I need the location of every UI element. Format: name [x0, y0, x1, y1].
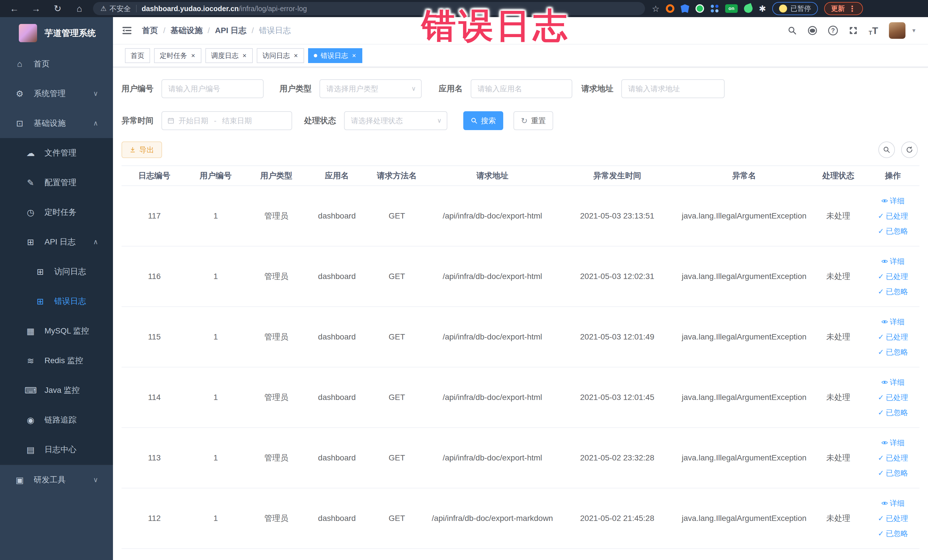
sidebar-collapse-icon[interactable]	[118, 26, 136, 35]
ignored-link[interactable]: ✓已忽略	[878, 407, 908, 418]
column-header: 用户类型	[244, 170, 308, 181]
close-icon[interactable]: ×	[242, 52, 247, 60]
home-icon[interactable]: ⌂	[73, 3, 85, 14]
ignored-link[interactable]: ✓已忽略	[878, 287, 908, 297]
address-bar[interactable]: ⚠ 不安全 dashboard.yudao.iocoder.cn/infra/l…	[93, 2, 645, 15]
processed-link[interactable]: ✓已处理	[878, 392, 908, 403]
avatar[interactable]	[889, 22, 905, 39]
column-header: 请求方法名	[365, 170, 428, 181]
user-id-input[interactable]	[162, 79, 264, 98]
back-icon[interactable]: ←	[9, 3, 20, 14]
sidebar-item-error-log[interactable]: ⊞错误日志	[0, 287, 113, 316]
close-icon[interactable]: ×	[191, 52, 196, 60]
detail-link[interactable]: 详细	[881, 196, 905, 206]
bookmark-star-icon[interactable]: ☆	[652, 4, 659, 14]
tab-定时任务[interactable]: 定时任务×	[154, 48, 201, 63]
reset-button[interactable]: ↻ 重置	[513, 111, 553, 130]
sidebar-item-mysql-monitor[interactable]: ▦MySQL 监控	[0, 316, 113, 346]
detail-link[interactable]: 详细	[881, 317, 905, 327]
tab-调度日志[interactable]: 调度日志×	[205, 48, 253, 63]
log-icon: ⊞	[34, 296, 46, 307]
fullscreen-icon[interactable]	[849, 26, 858, 35]
cell-time: 2021-05-02 23:32:28	[557, 453, 678, 462]
processed-link[interactable]: ✓已处理	[878, 272, 908, 282]
tab-首页[interactable]: 首页	[125, 48, 150, 63]
ignored-link[interactable]: ✓已忽略	[878, 468, 908, 478]
ignored-link[interactable]: ✓已忽略	[878, 347, 908, 357]
sidebar-item-infra[interactable]: ⊡基础设施∧	[0, 108, 113, 138]
paused-badge[interactable]: 已暂停	[772, 2, 818, 15]
eye-icon	[881, 379, 888, 386]
close-icon[interactable]: ×	[293, 52, 298, 60]
sidebar-item-label: 访问日志	[54, 266, 86, 277]
process-status-select-input[interactable]	[344, 111, 447, 130]
sidebar-item-file-manage[interactable]: ☁文件管理	[0, 138, 113, 168]
tab-访问日志[interactable]: 访问日志×	[257, 48, 304, 63]
forward-icon[interactable]: →	[30, 3, 42, 14]
sidebar-item-access-log[interactable]: ⊞访问日志	[0, 257, 113, 287]
calendar-icon	[167, 117, 175, 124]
check-icon: ✓	[878, 469, 884, 478]
processed-link[interactable]: ✓已处理	[878, 211, 908, 221]
detail-link[interactable]: 详细	[881, 498, 905, 508]
tab-错误日志[interactable]: 错误日志×	[308, 48, 362, 63]
breadcrumb-item[interactable]: 基础设施	[171, 25, 203, 36]
detail-link[interactable]: 详细	[881, 438, 905, 448]
api-icon: ⊞	[24, 237, 37, 247]
chevron-down-icon[interactable]: ▾	[912, 27, 916, 34]
check-icon: ✓	[878, 272, 884, 281]
extension-shield-icon[interactable]	[681, 4, 689, 13]
ignored-link[interactable]: ✓已忽略	[878, 226, 908, 236]
detail-link[interactable]: 详细	[881, 377, 905, 388]
processed-link[interactable]: ✓已处理	[878, 453, 908, 463]
sidebar-item-java-monitor[interactable]: ⌨Java 监控	[0, 375, 113, 405]
refresh-table-button[interactable]	[901, 142, 918, 158]
sidebar-item-config-manage[interactable]: ✎配置管理	[0, 168, 113, 197]
font-size-icon[interactable]: TT	[868, 25, 878, 36]
sidebar-item-log-center[interactable]: ▤日志中心	[0, 435, 113, 464]
github-icon[interactable]	[807, 26, 817, 35]
cell-method: GET	[365, 211, 428, 221]
breadcrumb-item[interactable]: API 日志	[215, 25, 246, 36]
search-icon[interactable]	[788, 26, 797, 35]
check-icon: ✓	[878, 453, 884, 462]
search-button[interactable]: 搜索	[463, 111, 503, 130]
sidebar-item-scheduled-job[interactable]: ◷定时任务	[0, 197, 113, 227]
app-logo[interactable]: 芋道管理系统	[0, 17, 113, 49]
extensions-puzzle-icon[interactable]: ✱	[759, 4, 766, 14]
help-icon[interactable]: ?	[828, 26, 838, 35]
request-url-input[interactable]	[621, 79, 725, 98]
ignored-link[interactable]: ✓已忽略	[878, 529, 908, 539]
extension-on-badge[interactable]: on	[725, 4, 738, 13]
extension-green-icon[interactable]	[696, 4, 704, 13]
user-type-select-input[interactable]	[319, 79, 422, 98]
detail-link[interactable]: 详细	[881, 256, 905, 267]
sidebar-item-system[interactable]: ⚙系统管理∨	[0, 79, 113, 108]
cell-time: 2021-05-03 12:01:45	[557, 393, 678, 402]
sidebar-item-redis-monitor[interactable]: ≋Redis 监控	[0, 346, 113, 375]
cell-app: dashboard	[308, 393, 365, 402]
browser-menu-icon[interactable]: ⋮	[848, 4, 856, 14]
extension-plant-icon[interactable]	[743, 3, 754, 14]
sidebar-item-api-log[interactable]: ⊞API 日志∧	[0, 227, 113, 257]
sidebar-item-dev-tools[interactable]: ▣研发工具∨	[0, 465, 113, 495]
hide-search-button[interactable]	[878, 142, 895, 158]
cell-actions: 详细✓已处理✓已忽略	[866, 196, 920, 236]
sidebar-item-trace[interactable]: ◉链路追踪	[0, 405, 113, 435]
check-icon: ✓	[878, 408, 884, 417]
extension-orange-icon[interactable]	[666, 4, 675, 13]
cell-url: /api/infra/db-doc/export-html	[428, 393, 557, 402]
app-name-input[interactable]	[471, 79, 572, 98]
sidebar-item-home[interactable]: ⌂首页	[0, 49, 113, 79]
close-icon[interactable]: ×	[351, 52, 357, 60]
extension-grid-icon[interactable]	[710, 4, 719, 13]
browser-update-button[interactable]: 更新 ⋮	[824, 2, 863, 15]
process-status-select[interactable]: ∨	[344, 111, 447, 130]
export-button[interactable]: 导出	[122, 142, 162, 158]
processed-link[interactable]: ✓已处理	[878, 514, 908, 523]
reload-icon[interactable]: ↻	[52, 3, 63, 14]
breadcrumb-item[interactable]: 首页	[142, 25, 158, 36]
user-type-select[interactable]: ∨	[319, 79, 422, 98]
processed-link[interactable]: ✓已处理	[878, 332, 908, 342]
date-range-picker[interactable]: 开始日期 - 结束日期	[162, 111, 292, 130]
